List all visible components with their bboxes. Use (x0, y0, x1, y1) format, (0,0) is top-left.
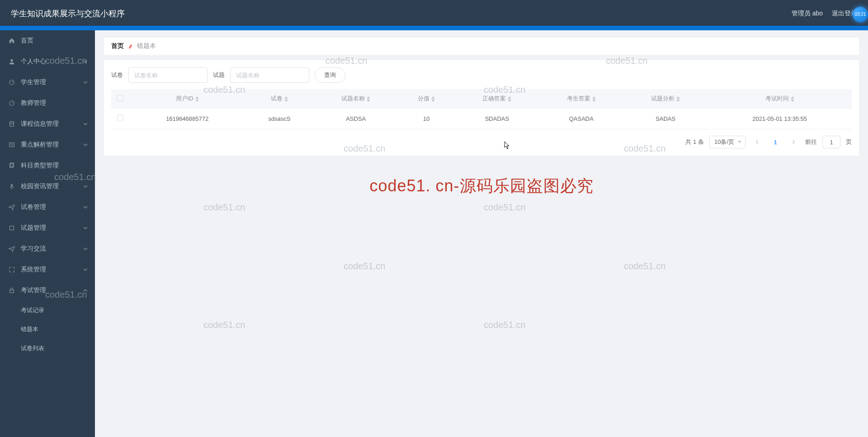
recording-clock-badge: 03:21 (853, 7, 868, 22)
next-page-button[interactable] (787, 136, 800, 148)
svg-rect-14 (10, 290, 14, 293)
prev-page-button[interactable] (751, 136, 764, 148)
query-button[interactable]: 查询 (315, 67, 345, 83)
goto-suffix: 页 (846, 138, 852, 146)
watermark-main: code51. cn-源码乐园盗图必究 (369, 175, 593, 197)
col-header-1[interactable]: 试卷 (245, 89, 314, 109)
cell-0-3: 10 (398, 109, 455, 129)
sidebar-item-11[interactable]: 系统管理 (0, 259, 95, 280)
breadcrumb: 首页 ⫽ 错题本 (104, 38, 859, 55)
watermark-text: code51.cn (203, 202, 245, 213)
logout-link[interactable]: 退出登录 03:21 (832, 10, 857, 18)
sidebar-item-10[interactable]: 学习交流 (0, 238, 95, 259)
chevron-down-icon (83, 60, 88, 63)
chevron-down-icon (83, 143, 88, 146)
col-header-7[interactable]: 考试时间 (708, 89, 852, 109)
sidebar-item-label: 试卷管理 (21, 203, 46, 211)
col-header-3[interactable]: 分值 (398, 89, 455, 109)
page-size-select[interactable]: 10条/页 (709, 136, 745, 148)
sidebar-item-9[interactable]: 试题管理 (0, 218, 95, 238)
sidebar-item-2[interactable]: 学生管理 (0, 72, 95, 93)
col-header-label: 试卷 (271, 95, 283, 102)
sidebar-item-5[interactable]: 重点解析管理 (0, 134, 95, 155)
current-user-label[interactable]: 管理员 abo (792, 10, 823, 18)
send-icon (8, 204, 15, 211)
sort-caret-icon (508, 96, 511, 102)
col-header-4[interactable]: 正确答案 (455, 89, 539, 109)
sidebar-item-label: 考试管理 (21, 286, 46, 294)
sidebar-item-label: 校园资讯管理 (21, 182, 59, 190)
sidebar-item-7[interactable]: 校园资讯管理 (0, 176, 95, 197)
sidebar-item-label: 试题管理 (21, 224, 46, 232)
col-header-label: 正确答案 (482, 95, 506, 102)
gauge-icon (8, 100, 15, 107)
watermark-text: code51.cn (484, 202, 525, 213)
book-icon (8, 120, 15, 128)
sidebar-item-8[interactable]: 试卷管理 (0, 197, 95, 218)
cell-0-2: ASDSA (314, 109, 398, 129)
expand-icon (8, 266, 15, 273)
filter-question-input[interactable] (230, 67, 309, 83)
col-header-label: 考生答案 (567, 95, 590, 102)
table-row: 1619846885772sdsascSASDSA10SDADASQASADAS… (111, 109, 852, 129)
sidebar-item-label: 教师管理 (21, 99, 46, 107)
chevron-left-icon (755, 140, 760, 144)
header-right: 管理员 abo 退出登录 03:21 (792, 10, 857, 18)
sidebar: 首页个人中心学生管理教师管理课程信息管理重点解析管理科目类型管理校园资讯管理试卷… (0, 30, 95, 437)
sort-caret-icon (431, 96, 435, 102)
goto-page-input[interactable] (822, 136, 840, 148)
chevron-down-icon (83, 227, 88, 229)
gauge-icon (8, 79, 15, 86)
sidebar-item-label: 课程信息管理 (21, 120, 59, 128)
watermark-text: code51.cn (624, 261, 665, 271)
app-header: 学生知识成果展示与交流小程序 管理员 abo 退出登录 03:21 (0, 1, 868, 26)
sort-caret-icon (195, 96, 199, 102)
content-panel: 试卷 试题 查询 用户ID试卷试题名称分值正确答案考生答案试题分析考试时间 16… (104, 60, 859, 156)
cell-0-0: 1619846885772 (129, 109, 245, 129)
sidebar-item-label: 重点解析管理 (21, 141, 59, 149)
sidebar-subitem-2[interactable]: 试卷列表 (0, 339, 95, 358)
watermark-text: code51.cn (344, 261, 385, 271)
sidebar-item-label: 个人中心 (21, 57, 46, 66)
sidebar-subitem-0[interactable]: 考试记录 (0, 301, 95, 320)
sidebar-item-0[interactable]: 首页 (0, 30, 95, 51)
sort-caret-icon (367, 96, 370, 102)
sort-caret-icon (592, 96, 596, 102)
col-header-5[interactable]: 考生答案 (539, 89, 623, 109)
col-header-0[interactable]: 用户ID (129, 89, 245, 109)
sidebar-item-label: 学生管理 (21, 78, 46, 86)
cell-0-6: SADAS (623, 109, 708, 129)
sidebar-item-label: 首页 (21, 37, 33, 45)
col-header-label: 试题分析 (651, 95, 675, 102)
chevron-down-icon (83, 268, 88, 271)
sidebar-item-3[interactable]: 教师管理 (0, 93, 95, 114)
list-icon (8, 141, 15, 148)
select-all-checkbox[interactable] (117, 95, 123, 101)
cell-0-1: sdsascS (245, 109, 314, 129)
chevron-right-icon (791, 140, 796, 144)
filter-paper-label: 试卷 (111, 71, 123, 79)
sidebar-item-4[interactable]: 课程信息管理 (0, 114, 95, 134)
sidebar-item-1[interactable]: 个人中心 (0, 51, 95, 72)
breadcrumb-current: 错题本 (137, 42, 156, 50)
col-header-label: 考试时间 (765, 95, 789, 102)
pagination: 共 1 条 10条/页 1 前往 页 (111, 136, 852, 148)
sort-caret-icon (284, 96, 288, 102)
mic-icon (8, 183, 15, 190)
filter-paper-input[interactable] (128, 67, 208, 83)
page-number-1[interactable]: 1 (769, 136, 782, 148)
col-header-2[interactable]: 试题名称 (314, 89, 398, 109)
user-icon (8, 58, 15, 65)
breadcrumb-home[interactable]: 首页 (111, 42, 124, 50)
sidebar-item-6[interactable]: 科目类型管理 (0, 155, 95, 176)
sidebar-item-12[interactable]: 考试管理 (0, 280, 95, 301)
filter-question-label: 试题 (213, 71, 225, 79)
copy-icon (8, 162, 15, 169)
col-header-6[interactable]: 试题分析 (623, 89, 708, 109)
row-checkbox[interactable] (117, 115, 123, 121)
watermark-text: code51.cn (203, 320, 245, 330)
svg-rect-6 (9, 143, 14, 147)
sidebar-subitem-1[interactable]: 错题本 (0, 320, 95, 339)
chevron-down-icon (83, 123, 88, 125)
accent-bar (0, 26, 868, 30)
